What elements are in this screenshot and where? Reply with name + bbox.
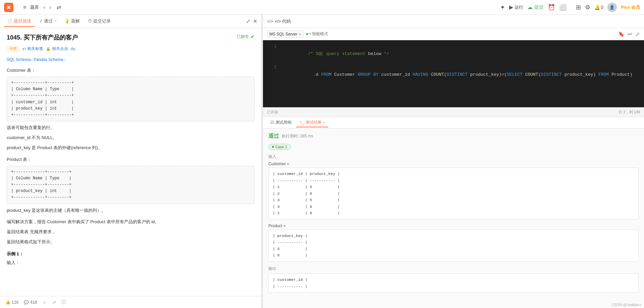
run-button[interactable]: ▶ 运行 <box>509 4 523 10</box>
right-panel: </> </> 代码 MS SQL Server ∨ • 智能模式 🔖 ↩ ⤢ <box>263 15 644 308</box>
sql-schema-link[interactable]: SQL Schema › <box>7 57 32 62</box>
notification-area[interactable]: 🔔 0 <box>594 5 603 10</box>
case-tag[interactable]: Case 1 <box>268 144 291 150</box>
ai-mode: • 智能模式 <box>306 31 328 37</box>
gear-icon[interactable]: ⚙ <box>585 4 590 11</box>
language-selector[interactable]: MS SQL Server ∨ <box>267 30 304 38</box>
tags-row: 卡率 🏷 相关标签 🔒 相关企业 Aс <box>7 46 255 52</box>
next-arrow-btn[interactable]: › <box>48 4 53 11</box>
product-note-1: product_key 是这张表的主键（具有唯一值的列）。 <box>7 207 255 214</box>
avatar[interactable]: 👤 <box>607 3 617 12</box>
left-panel: 📄 题目描述 ✓ 通过 × 💡 题解 ⏱ 提交记录 ⤢ ✕ <box>0 15 262 308</box>
plus-member-badge[interactable]: Plus 会员 <box>621 4 640 10</box>
language-label: MS SQL Server <box>269 32 298 37</box>
share-button[interactable]: ↗ <box>52 300 56 305</box>
logo[interactable] <box>4 3 13 12</box>
nav-separator-1 <box>17 4 18 11</box>
vote-area[interactable]: 👍 110 <box>5 300 18 305</box>
close-panel-btn[interactable]: ✕ <box>253 18 257 24</box>
code-bracket-icon: </> <box>267 19 273 24</box>
input-label: 输入： <box>7 259 255 266</box>
play-icon: ▶ <box>509 4 513 10</box>
tag-company-icon: 🔒 <box>46 47 51 51</box>
product-table-title: Product 表： <box>7 156 255 163</box>
solved-checkmark: ✔ <box>250 34 255 40</box>
example-title: 示例 1： <box>7 251 255 257</box>
expand-code-btn[interactable]: ⤢ <box>636 31 640 37</box>
result-tab-close[interactable]: × <box>323 121 325 124</box>
toolbar-right: 🔖 ↩ ⤢ <box>618 31 640 37</box>
svg-rect-0 <box>8 6 10 8</box>
tab-pass-icon: ✓ <box>39 19 43 23</box>
alarm-icon[interactable]: ⏰ <box>548 4 555 11</box>
tab-passed[interactable]: ✓ 通过 × <box>36 16 60 27</box>
right-icons: ⊞ ⚙ 🔔 0 👤 Plus 会员 <box>576 3 640 12</box>
tab-test-result[interactable]: >_ 测试结果 × <box>296 118 328 127</box>
customer-table-content: +-------------+----------+ | Column Name… <box>7 77 255 121</box>
desc-line-2: 返回结果表 无顺序要求 。 <box>7 228 255 236</box>
code-line-1: 1 /* SQL query statement below */ <box>263 44 644 64</box>
tag-company[interactable]: 🔒 相关企业 <box>46 46 68 52</box>
desc-line-1: 编写解决方案，报告 Customer 表中购买了 Product 表中所有产品的… <box>7 218 255 226</box>
tag-easy[interactable]: 卡率 <box>7 46 19 52</box>
center-actions: ✦ ▶ 运行 ☁ 提交 ⏰ ⬜ ⊞ ⚙ 🔔 0 👤 Plus 会员 <box>500 3 640 12</box>
output-result-table: | customer_id | | ----------- | <box>268 273 639 293</box>
info-button[interactable]: ⓘ <box>61 299 66 305</box>
result-tabs: ☑ 测试用例 >_ 测试结果 × <box>263 117 644 129</box>
tab-test-case[interactable]: ☑ 测试用例 <box>267 118 295 127</box>
top-navigation: ≡ 题库 ‹ › ⇄ ✦ ▶ 运行 ☁ 提交 ⏰ ⬜ ⊞ ⚙ 🔔 0 👤 Plu… <box>0 0 644 15</box>
tab-problem-desc[interactable]: 📄 题目描述 <box>4 16 35 27</box>
case-dot <box>272 146 274 148</box>
comment-area[interactable]: 💬 418 <box>24 300 37 305</box>
pandas-schema-chevron: › <box>64 58 65 62</box>
prev-arrow-btn[interactable]: ‹ <box>42 4 47 11</box>
code-footer: 已存储 行 2，列 139 <box>263 107 644 117</box>
cloud-icon: ☁ <box>527 4 533 10</box>
code-comment-end: */ <box>381 51 389 56</box>
code-header: </> </> 代码 <box>263 15 644 28</box>
keyboard-icon[interactable]: ⬜ <box>559 4 567 11</box>
input-section-title: 输入 <box>268 154 639 160</box>
pandas-schema-link[interactable]: Pandas Schema › <box>34 57 65 62</box>
customer-note-3: product_key 是 Product 表的外键(reference 列)。 <box>7 144 255 151</box>
sql-schema-chevron: › <box>31 58 32 62</box>
customer-result-label: Customer = <box>268 162 639 166</box>
bottom-bar: 👍 110 💬 418 ☆ ↗ ⓘ <box>0 296 261 308</box>
schema-links: SQL Schema › Pandas Schema › <box>7 57 255 62</box>
comment-icon: 💬 <box>24 300 29 305</box>
expand-panel-btn[interactable]: ⤢ <box>246 18 250 24</box>
settings-star-icon[interactable]: ✦ <box>500 4 505 11</box>
tab-hint[interactable]: 💡 题解 <box>61 16 83 27</box>
undo-btn[interactable]: ↩ <box>628 31 632 37</box>
output-section-title: 输出 <box>268 266 639 271</box>
nav-label[interactable]: 题库 <box>30 4 39 10</box>
problem-description: 编写解决方案，报告 Customer 表中购买了 Product 表中所有产品的… <box>7 218 255 246</box>
star-button[interactable]: ☆ <box>42 300 47 305</box>
grid-icon[interactable]: ⊞ <box>576 4 581 11</box>
pass-text: 通过 <box>268 133 279 140</box>
random-icon[interactable]: ⇄ <box>57 4 61 10</box>
tab-history-icon: ⏱ <box>88 19 92 23</box>
input-section: 输入 Customer = | customer_id | product_ke… <box>268 154 639 220</box>
tab-pass-close[interactable]: × <box>55 19 57 23</box>
code-tag: </> </> 代码 <box>267 18 291 24</box>
ai-dot <box>306 33 308 35</box>
tag-related[interactable]: 🏷 相关标签 <box>22 46 43 52</box>
tag-related-icon: 🏷 <box>22 47 26 51</box>
tag-ai[interactable]: Aс <box>71 47 75 51</box>
thumb-up-icon: 👍 <box>5 300 10 305</box>
code-editor[interactable]: 1 /* SQL query statement below */ 2 .d F… <box>263 40 644 107</box>
test-case-icon: ☑ <box>270 120 274 125</box>
left-content-area: 1045. 买下所有产品的客户 已解答 ✔ 卡率 🏷 相关标签 🔒 相关企业 <box>0 28 261 296</box>
tab-desc-icon: 📄 <box>7 19 12 23</box>
output-section: 输出 | customer_id | | ----------- | <box>268 266 639 293</box>
bookmark-btn[interactable]: 🔖 <box>618 31 625 37</box>
tab-hint-icon: 💡 <box>65 19 70 23</box>
csdn-watermark: CSDN @Jeakjav× <box>611 303 641 307</box>
code-line-2: 2 .d FROM Customer GROUP BY customer_id … <box>263 64 644 85</box>
menu-icon[interactable]: ≡ <box>22 3 28 12</box>
avatar-icon: 👤 <box>609 5 614 10</box>
tab-history[interactable]: ⏱ 提交记录 <box>85 16 114 27</box>
product-result-table: | product_key | | ----------- | | 5 | | … <box>268 230 639 262</box>
submit-button[interactable]: ☁ 提交 <box>527 4 544 10</box>
